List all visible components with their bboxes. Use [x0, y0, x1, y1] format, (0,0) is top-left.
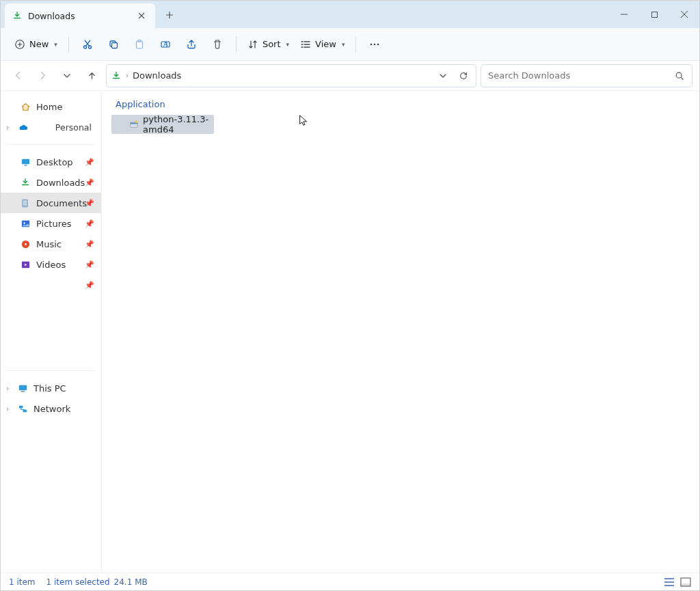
sidebar-item-onedrive[interactable]: Personal	[1, 117, 101, 137]
download-icon	[20, 177, 31, 188]
videos-icon	[20, 259, 31, 270]
rename-button[interactable]: A	[154, 33, 177, 55]
svg-rect-27	[18, 405, 23, 408]
home-icon	[20, 101, 31, 112]
sidebar-item-network[interactable]: Network	[1, 398, 101, 419]
delete-button[interactable]	[206, 33, 229, 55]
new-label: New	[29, 39, 49, 49]
copy-button[interactable]	[102, 33, 125, 55]
search-input[interactable]	[488, 70, 674, 81]
status-bar: 1 item 1 item selected 24.1 MB	[1, 573, 699, 590]
svg-text:A: A	[163, 41, 168, 48]
sidebar-item-label: Desktop	[36, 157, 73, 167]
sidebar-item-blank[interactable]: 📌	[1, 275, 101, 295]
pc-icon	[17, 383, 28, 394]
forward-button[interactable]	[32, 66, 53, 86]
share-button[interactable]	[180, 33, 203, 55]
sort-button[interactable]: Sort ▾	[243, 33, 293, 55]
svg-rect-18	[23, 202, 27, 203]
up-button[interactable]	[81, 66, 102, 86]
file-explorer-window: Downloads New ▾ A Sort	[0, 0, 700, 591]
details-view-button[interactable]	[664, 577, 675, 587]
sidebar-item-label: Documents	[36, 198, 87, 208]
status-item-count: 1 item	[9, 577, 36, 587]
sidebar-item-documents[interactable]: Documents 📌	[1, 193, 101, 213]
address-bar[interactable]: › Downloads	[106, 64, 476, 87]
view-button[interactable]: View ▾	[296, 33, 349, 55]
music-icon	[20, 238, 31, 249]
refresh-button[interactable]	[455, 66, 472, 86]
network-icon	[17, 403, 28, 414]
pin-icon: 📌	[85, 240, 94, 249]
file-item[interactable]: python-3.11.3-amd64	[111, 115, 214, 134]
svg-rect-14	[21, 159, 29, 164]
svg-point-11	[374, 43, 376, 45]
chevron-down-icon: ▾	[342, 41, 345, 48]
window-controls	[609, 1, 699, 28]
more-button[interactable]	[363, 33, 386, 55]
svg-rect-0	[651, 12, 657, 17]
sidebar-item-label: Home	[36, 102, 62, 112]
tab-close-button[interactable]	[135, 9, 148, 23]
download-icon	[111, 70, 122, 81]
pin-icon: 📌	[85, 219, 94, 228]
chevron-right-icon: ›	[126, 72, 129, 79]
search-box[interactable]	[481, 64, 692, 87]
sidebar-item-music[interactable]: Music 📌	[1, 234, 101, 254]
svg-point-13	[676, 72, 682, 78]
svg-rect-19	[23, 204, 27, 205]
back-button[interactable]	[8, 66, 28, 86]
status-selection-count: 1 item selected	[46, 577, 110, 587]
sidebar-item-desktop[interactable]: Desktop 📌	[1, 152, 101, 172]
svg-rect-15	[24, 165, 27, 165]
chevron-down-icon: ▾	[54, 41, 57, 48]
tab-title: Downloads	[28, 11, 129, 21]
content-pane[interactable]: Application python-3.11.3-amd64	[102, 91, 699, 573]
sidebar-item-videos[interactable]: Videos 📌	[1, 254, 101, 275]
minimize-button[interactable]	[609, 1, 639, 28]
group-header[interactable]: Application	[116, 99, 690, 109]
svg-rect-26	[21, 391, 25, 391]
sidebar-divider	[6, 370, 96, 371]
paste-button[interactable]	[128, 33, 151, 55]
pictures-icon	[20, 218, 31, 229]
separator	[68, 36, 69, 53]
view-mode-picker	[664, 577, 691, 587]
folder-icon	[20, 279, 31, 290]
titlebar: Downloads	[1, 1, 699, 28]
recent-locations-button[interactable]	[57, 66, 77, 86]
cursor-icon	[299, 115, 308, 127]
sidebar-item-home[interactable]: Home	[1, 96, 101, 117]
svg-rect-17	[23, 201, 27, 202]
file-name: python-3.11.3-amd64	[143, 114, 210, 135]
documents-icon	[20, 197, 31, 208]
sort-label: Sort	[262, 39, 281, 49]
body: Home Personal Desktop 📌 Downloads 📌 Docu…	[1, 91, 699, 573]
sidebar-item-label: Network	[33, 404, 70, 414]
maximize-button[interactable]	[639, 1, 669, 28]
pin-icon: 📌	[85, 178, 94, 187]
sidebar-item-pictures[interactable]: Pictures 📌	[1, 213, 101, 234]
new-tab-button[interactable]	[158, 3, 181, 27]
history-dropdown-button[interactable]	[435, 66, 451, 86]
sidebar-item-label: Personal	[55, 122, 97, 133]
svg-point-12	[377, 43, 379, 45]
separator	[355, 36, 356, 53]
sidebar-item-label: Music	[36, 239, 62, 249]
status-selection-size: 24.1 MB	[114, 577, 148, 587]
pin-icon: 📌	[85, 260, 94, 269]
sidebar-item-thispc[interactable]: This PC	[1, 378, 101, 398]
navigation-row: › Downloads	[1, 61, 699, 91]
sidebar-item-label: Videos	[36, 260, 66, 270]
svg-point-10	[371, 43, 373, 45]
separator	[236, 36, 237, 53]
breadcrumb-item[interactable]: Downloads	[133, 70, 181, 81]
new-button[interactable]: New ▾	[10, 33, 62, 55]
download-icon	[12, 10, 23, 21]
tab-downloads[interactable]: Downloads	[5, 3, 155, 28]
chevron-down-icon: ▾	[286, 41, 290, 48]
cut-button[interactable]	[76, 33, 99, 55]
thumbnails-view-button[interactable]	[680, 577, 691, 587]
close-window-button[interactable]	[669, 1, 699, 28]
sidebar-item-downloads[interactable]: Downloads 📌	[1, 172, 101, 193]
